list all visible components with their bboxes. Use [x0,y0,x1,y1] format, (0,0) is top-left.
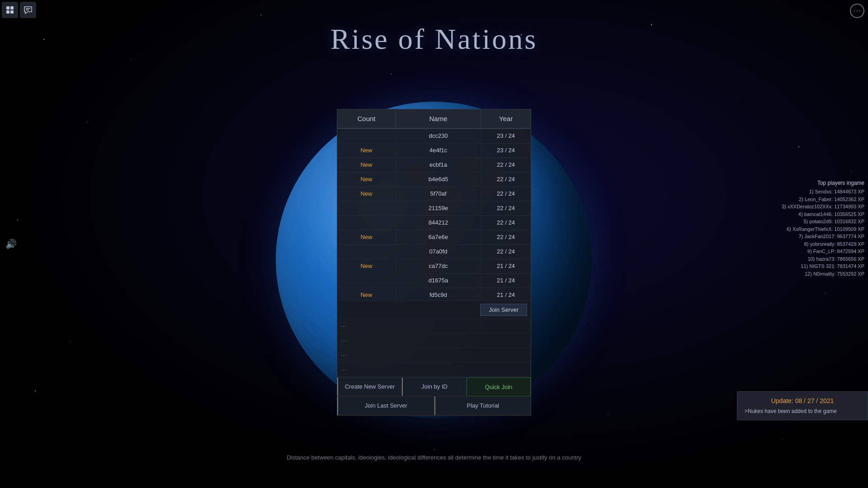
roblox-chat-icon[interactable] [20,2,36,18]
game-title: Rise of Nations [330,23,538,56]
server-count [337,249,396,254]
join-last-server-button[interactable]: Join Last Server [337,396,434,415]
server-count [337,206,396,211]
server-name: ca77dc [396,260,481,272]
roblox-home-icon[interactable] [2,2,18,18]
create-new-server-button[interactable]: Create New Server [337,377,402,396]
table-header: Count Name Year [337,109,531,129]
player-entry: 8) yobroreally: 8537429 XP [781,240,864,248]
volume-icon[interactable]: 🔊 [5,239,17,249]
server-players: 22 / 24 [481,202,531,214]
top-players-title: Top players ingame [781,180,864,186]
server-players: 21 / 24 [481,260,531,272]
player-entry: 6) XxRangerThiefxX: 10109509 XP [781,225,864,233]
server-count: New [337,159,396,170]
roblox-menu-button[interactable]: ··· [850,4,864,18]
svg-rect-3 [10,10,14,14]
server-list[interactable]: dcc230 23 / 24 New 4e4f1c 23 / 24 New ec… [337,129,531,300]
server-players: 23 / 24 [481,145,531,156]
server-row[interactable]: New b4e6d5 22 / 24 [337,172,531,187]
server-count [337,221,396,225]
footer-buttons: Create New Server Join by ID Quick Join … [337,377,531,415]
server-name: b4e6d5 [396,174,481,185]
server-players: 21 / 24 [481,289,531,300]
player-entry: 9) FanC_LP: 8472594 XP [781,248,864,255]
server-name: 4e4f1c [396,145,481,156]
server-count [337,134,396,138]
server-players: 22 / 24 [481,231,531,243]
quick-join-button[interactable]: Quick Join [467,377,531,396]
player-entry: 11) NIGTS 321: 7831474 XP [781,263,864,270]
player-entry: 5) potato2d9: 10316832 XP [781,218,864,225]
play-tutorial-button[interactable]: Play Tutorial [434,396,531,415]
server-count: New [337,289,396,300]
server-name: ecbf1a [396,159,481,170]
server-row[interactable]: New 4e4f1c 23 / 24 [337,143,531,158]
server-row[interactable]: New fd5c9d 21 / 24 [337,288,531,300]
update-panel: Update: 08 / 27 / 2021 >Nukes have been … [737,391,868,420]
server-row[interactable]: New 5f70af 22 / 24 [337,187,531,201]
player-entry: 10) hazra73: 7865656 XP [781,255,864,263]
footer-row-2: Join Last Server Play Tutorial [337,396,531,415]
server-row[interactable]: 07a0fd 22 / 24 [337,244,531,259]
server-count: New [337,231,396,243]
server-row[interactable]: New 6a7e6e 22 / 24 [337,230,531,244]
footer-row-1: Create New Server Join by ID Quick Join [337,377,531,396]
server-players: 21 / 24 [481,275,531,286]
empty-row: --- [337,333,531,348]
svg-rect-0 [6,6,9,9]
server-players: 22 / 24 [481,188,531,199]
server-players: 22 / 24 [481,159,531,170]
server-row[interactable]: 844212 22 / 24 [337,216,531,230]
server-row[interactable]: New ca77dc 21 / 24 [337,259,531,273]
join-by-id-button[interactable]: Join by ID [402,377,467,396]
update-title: Update: 08 / 27 / 2021 [745,397,860,404]
empty-row: --- [337,319,531,333]
server-name: 21159e [396,202,481,214]
server-players: 23 / 24 [481,130,531,141]
server-players: 22 / 24 [481,217,531,228]
player-entry: 12) N0rmality: 7553292 XP [781,270,864,278]
roblox-topbar [0,0,38,20]
server-count: New [337,174,396,185]
empty-rows-area: --- --- --- --- [337,319,531,377]
column-header-count: Count [337,109,396,128]
server-count [337,278,396,283]
column-header-year: Year [481,109,531,128]
server-players: 22 / 24 [481,246,531,257]
top-players-panel: Top players ingame 1) Sendxs: 14844673 X… [778,176,868,281]
server-name: 6a7e6e [396,231,481,243]
update-text: >Nukes have been added to the game [745,408,860,414]
server-row[interactable]: d1675a 21 / 24 [337,273,531,288]
server-name: dcc230 [396,130,481,141]
bottom-info-text: Distance between capitals, ideologies, i… [287,454,581,461]
join-server-area: Join Server [337,300,531,319]
player-entry: 1) Sendxs: 14844673 XP [781,188,864,196]
server-row[interactable]: dcc230 23 / 24 [337,129,531,143]
server-players: 22 / 24 [481,174,531,185]
server-name: 07a0fd [396,246,481,257]
server-name: 844212 [396,217,481,228]
server-browser-panel: Count Name Year dcc230 23 / 24 New 4e4f1… [337,109,531,416]
server-name: d1675a [396,275,481,286]
player-entry: 3) xXXDeratoz102XXx: 11734993 XP [781,203,864,211]
server-row[interactable]: New ecbf1a 22 / 24 [337,158,531,172]
server-name: fd5c9d [396,289,481,300]
server-count: New [337,145,396,156]
three-dots-icon[interactable]: ··· [850,4,864,18]
player-entry: 7) JackFan2017: 9637774 XP [781,233,864,240]
player-entry: 4) bamcat1446: 10356525 XP [781,211,864,218]
player-entry: 2) Leon_Faber: 14052362 XP [781,196,864,203]
svg-rect-1 [10,6,14,9]
server-name: 5f70af [396,188,481,199]
empty-row: --- [337,362,531,377]
server-count: New [337,260,396,272]
empty-row: --- [337,348,531,362]
join-server-button[interactable]: Join Server [480,304,527,316]
server-count: New [337,188,396,199]
column-header-name: Name [396,109,481,128]
svg-rect-2 [6,10,9,14]
server-row[interactable]: 21159e 22 / 24 [337,201,531,216]
